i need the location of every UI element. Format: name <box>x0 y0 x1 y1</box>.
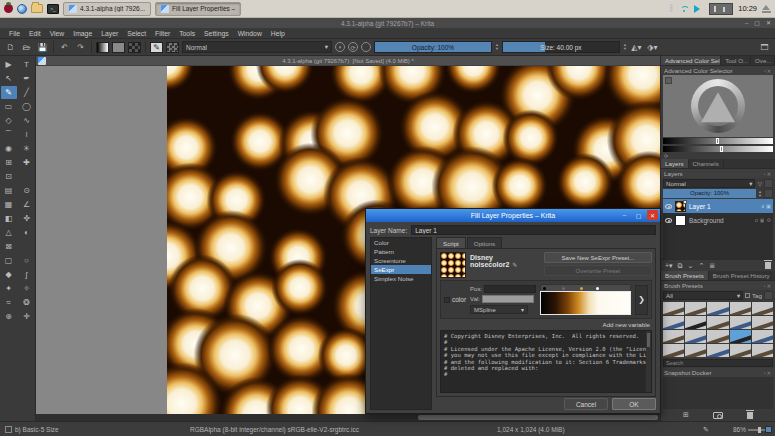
colorize-mask-tool-icon[interactable]: ◐ <box>19 226 35 239</box>
layer-row-layer1[interactable]: Layer 1 α▣ <box>663 199 773 213</box>
alpha-lock-icon[interactable]: α <box>761 203 764 209</box>
next-arrow-button[interactable]: ❯ <box>635 285 648 315</box>
open-document-icon[interactable]: 🗁 <box>20 41 33 54</box>
brush-preset-cell[interactable] <box>685 302 706 315</box>
dialog-maximize-icon[interactable]: ▢ <box>633 210 644 220</box>
move-tool-icon[interactable]: ✚ <box>19 156 35 169</box>
brush-preset-cell[interactable] <box>707 330 728 343</box>
volume-icon[interactable] <box>694 5 704 13</box>
opacity-spinner[interactable]: ▲▼ <box>495 43 499 51</box>
brush-preset-cell[interactable] <box>752 302 773 315</box>
new-document-icon[interactable]: 🗋 <box>4 41 17 54</box>
brush-preset-cell[interactable] <box>730 330 751 343</box>
brush-editor-button[interactable]: ✎ <box>150 42 163 53</box>
camera-icon[interactable] <box>713 412 723 419</box>
filter-icon[interactable]: ▽ <box>757 180 762 187</box>
dynamic-brush-tool-icon[interactable]: ◉ <box>1 142 17 155</box>
alpha-lock-icon[interactable]: α <box>755 217 758 223</box>
menu-settings[interactable]: Settings <box>200 30 233 37</box>
reload-preset-icon[interactable]: ⟳ <box>348 42 358 52</box>
menu-window[interactable]: Window <box>234 30 266 37</box>
ellipse-select-tool-icon[interactable]: ○ <box>19 254 35 267</box>
dialog-close-icon[interactable]: ✕ <box>647 210 658 220</box>
choose-workspace-icon[interactable]: 🗖 <box>758 41 771 54</box>
ramp-markers[interactable] <box>540 284 631 291</box>
terminal-icon[interactable]: >_ <box>47 4 59 14</box>
edit-shapes-tool-icon[interactable]: ↖ <box>1 72 17 85</box>
brush-search-input[interactable]: Search <box>663 359 773 367</box>
sv-triangle[interactable] <box>701 92 735 122</box>
brush-preset-cell[interactable] <box>707 344 728 357</box>
menu-view[interactable]: View <box>46 30 69 37</box>
pattern-edit-tool-icon[interactable]: ▦ <box>1 198 17 211</box>
selection-display-icon[interactable]: ✎ <box>703 426 709 434</box>
canvas-horizontal-scrollbar[interactable] <box>36 414 660 421</box>
tab-script[interactable]: Script <box>436 237 466 248</box>
ramp-gradient[interactable] <box>540 291 631 315</box>
fill-tool-icon[interactable]: ◧ <box>1 212 17 225</box>
visibility-eye-icon[interactable] <box>665 204 672 209</box>
menu-select[interactable]: Select <box>123 30 150 37</box>
rect-select-tool-icon[interactable]: ▢ <box>1 254 17 267</box>
taskbar-window-fill-layer[interactable]: Fill Layer Properties – <box>155 2 241 16</box>
eraser-mode-icon[interactable]: ◖ <box>335 42 345 52</box>
size-spinner[interactable]: ▲▼ <box>623 43 627 51</box>
float-close-icons[interactable]: ▫✕ <box>764 171 772 177</box>
reference-images-tool-icon[interactable]: ⊠ <box>1 240 17 253</box>
ok-button[interactable]: OK <box>612 398 656 410</box>
tag-checkbox[interactable] <box>745 293 750 298</box>
value-strip-2[interactable] <box>663 146 773 152</box>
mirror-vertical-icon[interactable]: ⬗▾ <box>646 41 659 54</box>
brush-preset-cell[interactable] <box>663 316 684 329</box>
minimize-icon[interactable]: – <box>745 18 748 28</box>
lock-icon[interactable]: ▣ <box>766 203 771 209</box>
brush-preset-cell[interactable] <box>730 302 751 315</box>
layer-properties-button[interactable]: ≣ <box>709 262 715 270</box>
interpolation-dropdown[interactable]: MSpline▾ <box>470 305 528 314</box>
brush-preset-cell[interactable] <box>663 344 684 357</box>
bezier-curve-tool-icon[interactable]: ⌒ <box>1 128 17 141</box>
save-icon[interactable]: 💾 <box>36 41 49 54</box>
taskbar-window-krita[interactable]: 4.3.1-alpha (git 7926... <box>63 2 151 16</box>
brush-preset-cell[interactable] <box>730 316 751 329</box>
eject-icon[interactable] <box>762 5 771 13</box>
size-slider[interactable]: Size: 40.00 px <box>502 41 620 53</box>
float-close-icons[interactable]: ▫✕ <box>764 370 772 376</box>
browser-icon[interactable] <box>17 4 27 14</box>
dialog-titlebar[interactable]: Fill Layer Properties – Krita – ▢ ✕ <box>366 209 660 222</box>
generator-simplex-noise[interactable]: Simplex Noise <box>371 274 431 283</box>
freehand-path-tool-icon[interactable]: ≀ <box>19 128 35 141</box>
multibrush-tool-icon[interactable]: ✳ <box>19 142 35 155</box>
polyline-tool-icon[interactable]: ∿ <box>19 114 35 127</box>
tab-brush-preset-history[interactable]: Brush Preset History <box>709 271 771 280</box>
brush-preset-button[interactable] <box>166 42 179 53</box>
undo-icon[interactable]: ↶ <box>58 41 71 54</box>
brush-preset-cell[interactable] <box>663 330 684 343</box>
tab-advanced-color-selector[interactable]: Advanced Color Sel. <box>661 56 721 65</box>
pattern-chooser[interactable] <box>128 42 141 53</box>
blend-mode-dropdown[interactable]: Normal▾ <box>182 41 332 53</box>
ramp-marker-dot[interactable] <box>543 287 546 290</box>
rectangle-tool-icon[interactable]: ▭ <box>1 100 17 113</box>
float-close-icons[interactable]: ▫✕ <box>764 68 772 74</box>
move-layer-down-button[interactable]: ⌄ <box>688 262 694 270</box>
gradient-tool-icon[interactable]: ▤ <box>1 184 17 197</box>
save-new-preset-button[interactable]: Save New SeExpr Preset... <box>544 252 652 263</box>
ellipse-tool-icon[interactable]: ◯ <box>19 100 35 113</box>
canvas-only-mode-button[interactable] <box>765 426 772 433</box>
polygon-select-tool-icon[interactable]: ◆ <box>1 268 17 281</box>
dialog-minimize-icon[interactable]: – <box>619 210 630 220</box>
opacity-slider[interactable]: Opacity: 100% <box>374 41 492 53</box>
generator-seexpr[interactable]: SeExpr <box>371 265 431 274</box>
edit-pencil-icon[interactable]: ✎ <box>512 262 517 268</box>
menu-help[interactable]: Help <box>267 30 289 37</box>
layer-row-background[interactable]: Background α▣⚙ <box>663 213 773 227</box>
wifi-icon[interactable] <box>679 5 689 13</box>
tab-tool-options[interactable]: Tool O... <box>721 56 751 65</box>
close-icon[interactable]: ✕ <box>766 18 771 28</box>
brush-view-mode-button[interactable] <box>764 291 773 300</box>
freehand-brush-tool-icon[interactable]: ✎ <box>1 86 17 99</box>
layer-blend-mode-dropdown[interactable]: Normal▾ <box>663 179 755 188</box>
brush-filter-dropdown[interactable]: All▾ <box>663 291 743 300</box>
ramp-marker-dot[interactable] <box>562 287 565 290</box>
